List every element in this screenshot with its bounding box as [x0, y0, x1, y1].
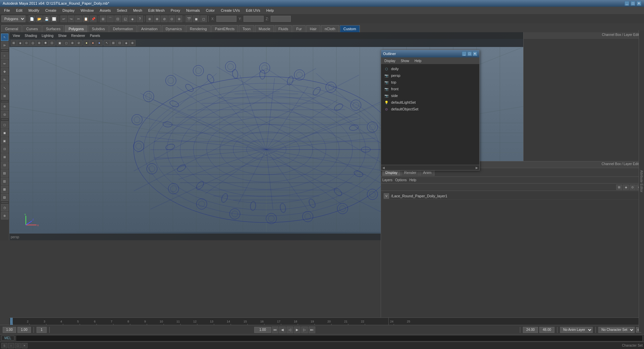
icon6[interactable]: 📋 [83, 15, 89, 22]
menu-select[interactable]: Select [114, 8, 130, 13]
snap-surface-icon[interactable]: ◱ [122, 15, 128, 22]
menu-help[interactable]: Help [264, 8, 277, 13]
menu-proxy[interactable]: Proxy [168, 8, 183, 13]
menu-file[interactable]: File [1, 8, 13, 13]
bottom-controls[interactable]: S ○ □ ✕ [1, 343, 28, 348]
maximize-button[interactable]: □ [631, 1, 635, 6]
tab-hair[interactable]: Hair [306, 25, 320, 32]
menu-display[interactable]: Display [60, 8, 77, 13]
bottom-btn4[interactable]: ✕ [21, 343, 28, 348]
menu-modify[interactable]: Modify [26, 8, 42, 13]
current-frame-input[interactable] [37, 327, 47, 333]
tab-muscle[interactable]: Muscle [255, 25, 274, 32]
vp-icon11[interactable]: ⊘ [76, 40, 82, 46]
vp-menu-renderer[interactable]: Renderer [69, 33, 87, 38]
menu-color[interactable]: Color [203, 8, 217, 13]
tool8[interactable]: ◻ [1, 121, 8, 129]
tab-toon[interactable]: Toon [239, 25, 254, 32]
mode-dropdown[interactable]: Polygons [1, 15, 25, 22]
tool14[interactable]: ▤ [1, 169, 8, 177]
tool18[interactable]: ◷ [1, 204, 8, 211]
anim-start[interactable] [523, 327, 538, 333]
tab-curves[interactable]: Curves [22, 25, 42, 32]
outliner-titlebar[interactable]: Outliner _ □ ✕ [381, 50, 479, 57]
snap-grid-icon[interactable]: ⊞ [100, 15, 106, 22]
vp-menu-show[interactable]: Show [56, 33, 68, 38]
icon13[interactable]: ⊙ [168, 15, 175, 22]
tool19[interactable]: ⊗ [1, 212, 8, 219]
outliner-controls[interactable]: _ □ ✕ [462, 51, 477, 56]
menu-edit-uvs[interactable]: Edit UVs [243, 8, 263, 13]
playback-fps[interactable] [17, 327, 31, 333]
tool6[interactable]: ⊞ [1, 92, 8, 100]
anim-end[interactable] [539, 327, 554, 333]
outliner-minimize[interactable]: _ [462, 51, 467, 56]
icon16[interactable]: ◻ [200, 15, 207, 22]
tab-custom[interactable]: Custom [340, 25, 360, 32]
cb-tool3[interactable]: ⊙ [630, 185, 636, 190]
timeline-area[interactable]: 1 2 3 4 5 6 7 8 9 10 11 [9, 317, 644, 325]
out-menu-show[interactable]: Show [399, 58, 411, 63]
menu-edit-mesh[interactable]: Edit Mesh [146, 8, 167, 13]
outliner-item-defaultlightset[interactable]: 💡 defaultLightSet [381, 99, 479, 106]
playback-start-frame[interactable] [3, 327, 16, 333]
tab-fluids[interactable]: Fluids [275, 25, 292, 32]
icon5[interactable]: ✂ [75, 15, 82, 22]
character-set-dropdown[interactable]: No Character Set [598, 327, 635, 333]
lasso-tool[interactable]: ○ [1, 52, 8, 59]
vp-icon9[interactable]: ◻ [63, 40, 69, 46]
frame-display[interactable] [254, 327, 271, 333]
move-tool[interactable]: ✥ [1, 68, 8, 76]
play-back[interactable]: ◁ [286, 327, 293, 333]
tab-polygons[interactable]: Polygons [65, 25, 87, 32]
tab-dynamics[interactable]: Dynamics [162, 25, 185, 32]
outliner-maximize[interactable]: □ [467, 51, 472, 56]
tool11[interactable]: ⊡ [1, 145, 8, 153]
next-frame[interactable]: ▷ [301, 327, 308, 333]
scroll-left[interactable]: ◀ [382, 166, 385, 169]
cb-layer-row[interactable]: V /Lace_Round_Paper_Doily_layer1 [384, 192, 641, 200]
attribute-editor-strip[interactable]: Attribute Editor [639, 30, 644, 332]
vp-menu-lighting[interactable]: Lighting [40, 33, 55, 38]
vp-icon5[interactable]: ⊕ [36, 40, 42, 46]
outliner-item-top[interactable]: 📷 top [381, 79, 479, 86]
anim-layer-dropdown[interactable]: No Anim Layer [560, 327, 593, 333]
cb-tool1[interactable]: ⊞ [616, 185, 622, 190]
vp-icon7[interactable]: ⊡ [49, 40, 55, 46]
light-sphere1[interactable]: ● [84, 40, 90, 46]
soft-select[interactable]: ◎ [1, 111, 8, 118]
menu-assets[interactable]: Assets [97, 8, 113, 13]
icon14[interactable]: ⊛ [176, 15, 182, 22]
vp-icon13[interactable]: ⊞ [110, 40, 116, 46]
undo-icon[interactable]: ↩ [60, 15, 67, 22]
tab-surfaces[interactable]: Surfaces [42, 25, 64, 32]
light-sphere2[interactable]: ● [90, 40, 96, 46]
tab-deformation[interactable]: Deformation [109, 25, 137, 32]
menu-create[interactable]: Create [43, 8, 59, 13]
tool12[interactable]: ⊠ [1, 153, 8, 161]
outliner-item-front[interactable]: 📷 front [381, 86, 479, 92]
tab-general[interactable]: General [1, 25, 22, 32]
outliner-item-side[interactable]: 📷 side [381, 92, 479, 99]
scroll-right[interactable]: ▶ [476, 166, 478, 169]
tool13[interactable]: ⊟ [1, 161, 8, 169]
y-input[interactable] [244, 16, 264, 22]
cb-tool2[interactable]: ◈ [623, 185, 629, 190]
icon10[interactable]: ⊕ [146, 15, 153, 22]
title-bar-controls[interactable]: _ □ ✕ [625, 1, 641, 6]
cb-sm-options[interactable]: Options [395, 178, 407, 182]
vp-icon8[interactable]: ▣ [57, 40, 63, 46]
rotate-tool[interactable]: ↻ [1, 76, 8, 84]
vp-icon2[interactable]: ◈ [17, 40, 23, 46]
icon11[interactable]: ⊗ [154, 15, 160, 22]
tool15[interactable]: ▥ [1, 178, 8, 185]
mel-label[interactable]: MEL [1, 336, 14, 341]
vp-menu-panels[interactable]: Panels [88, 33, 102, 38]
vp-icon10[interactable]: ⊗ [69, 40, 75, 46]
tool9[interactable]: ◼ [1, 129, 8, 137]
snap-curve-icon[interactable]: ⌒ [107, 15, 114, 22]
vp-menu-shading[interactable]: Shading [23, 33, 39, 38]
outliner-close[interactable]: ✕ [473, 51, 477, 56]
vp-icon16[interactable]: ⊕ [129, 40, 136, 46]
cb-sm-layers[interactable]: Layers [382, 178, 392, 182]
